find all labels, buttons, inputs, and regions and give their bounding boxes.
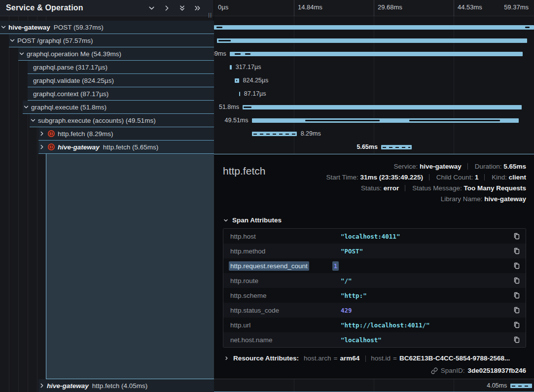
span-attributes-header[interactable]: Span Attributes [223,216,526,224]
meta-value: 31ms (23:35:49.225) [360,174,423,181]
span-duration-label: 5.65ms [356,143,377,150]
chevron-right-icon[interactable] [38,130,45,137]
attr-row-http-request-resend-count: http.request.resend_count 1 [223,258,526,273]
chevron-down-icon[interactable] [18,50,25,57]
span-duration-label: 49.51ms [225,117,249,124]
timeline-row: 51.8ms [214,101,534,114]
chevron-down-icon[interactable] [23,104,30,110]
span-label: POST /graphql (57.57ms) [17,37,93,44]
span-bar[interactable] [214,25,534,30]
tree-row-graphql-execute[interactable]: graphql.execute (51.8ms) [23,101,214,114]
ruler-tick-label: 59.37ms [504,3,529,11]
timeline-rows: 57.57ms 54.39ms 317.17µs 824.25µs 87.17µ… [214,16,534,154]
attr-row-http-url: http.url "http://localhost:4011/" [223,318,526,332]
chevron-down-icon[interactable] [9,37,16,44]
meta-line: Library Name: hive-gateway [326,194,526,205]
attr-key: http.scheme [223,292,341,299]
attr-value: "/" [341,277,352,285]
ruler-tick-label: 14.84ms [298,3,322,11]
span-bar[interactable] [235,78,239,83]
resource-attr-value: BC62E13B-C4CC-5854-9788-2568... [399,355,510,362]
copy-icon[interactable] [513,277,521,285]
span-tree-panel: Service & Operation || hive-gateway POST… [0,0,214,392]
meta-line: Service: hive-gateway Duration: 5.65ms [326,161,526,172]
span-bar[interactable] [230,65,231,70]
span-bar[interactable] [252,118,519,123]
timeline-row-selected: 5.65ms [214,141,534,154]
span-label: http.fetch (4.05ms) [92,382,148,390]
span-bar[interactable] [510,384,532,388]
span-id-value[interactable]: 3de02518937fb246 [467,367,526,374]
collapse-one-icon[interactable] [147,4,156,12]
span-duration-label: 54.39ms [214,50,226,57]
span-bar[interactable] [243,105,522,109]
span-bar[interactable] [252,132,297,136]
copy-icon[interactable] [513,306,521,314]
tree-row-http-fetch-565-selected[interactable]: ! hive-gateway http.fetch (5.65ms) [38,141,214,154]
timeline-row: 317.17µs [214,61,534,74]
attr-value: "localhost" [341,336,382,344]
copy-icon[interactable] [513,291,521,299]
tree-header: Service & Operation || [0,0,214,16]
meta-key: Child Count: [436,174,473,181]
meta-line: Status: error Status Message: Too Many R… [326,183,526,194]
resource-attr-key: host.id [371,355,391,362]
error-icon: ! [48,143,55,150]
copy-icon[interactable] [513,321,521,329]
expand-all-icon[interactable] [193,4,202,12]
timeline-row: 87.17µs [214,87,534,101]
attr-value: 429 [341,307,352,314]
attr-row-http-route: http.route "/" [223,273,526,288]
tree-row-http-fetch-405[interactable]: hive-gateway http.fetch (4.05ms) [38,379,214,392]
copy-icon[interactable] [513,232,521,240]
span-label: graphql.validate (824.25µs) [33,77,114,84]
span-label: graphql.operation Me (54.39ms) [27,50,121,58]
span-id-row: SpanID: 3de02518937fb246 [223,367,526,374]
error-icon: ! [48,130,55,137]
tree-row-post-graphql[interactable]: POST /graphql (57.57ms) [9,34,214,47]
collapse-all-icon[interactable] [178,4,186,12]
chevron-right-icon[interactable] [38,382,45,389]
meta-value: hive-gateway [484,195,526,203]
timeline-row: 49.51ms [214,114,534,127]
chevron-down-icon[interactable] [0,24,7,31]
resource-attributes-row[interactable]: Resource Attributes: host.arch = arm64 h… [223,355,526,362]
meta-key: Library Name: [441,195,483,203]
span-label: POST (59.37ms) [54,24,104,31]
span-bar[interactable] [217,38,527,43]
timeline-row: 8.29ms [214,127,534,141]
tree-row-hive-gateway-post[interactable]: hive-gateway POST (59.37ms) [0,21,214,34]
meta-value: client [509,174,526,181]
service-name: hive-gateway [8,24,50,31]
copy-icon[interactable] [513,247,521,255]
span-bar[interactable] [381,145,412,149]
copy-icon[interactable] [513,336,521,344]
span-label: http.fetch (8.29ms) [58,130,113,138]
chevron-right-icon[interactable] [38,143,45,150]
tree-row-graphql-context[interactable]: graphql.context (87.17µs) [28,87,214,101]
chevron-down-icon[interactable] [30,117,36,124]
timeline-ruler: 0µs 14.84ms 29.68ms 44.53ms 59.37ms [214,0,534,16]
tree-row-graphql-operation[interactable]: graphql.operation Me (54.39ms) [18,47,214,61]
tree-row-http-fetch-829[interactable]: ! http.fetch (8.29ms) [38,127,214,141]
tree-row-graphql-validate[interactable]: graphql.validate (824.25µs) [28,74,214,87]
tree-row-subgraph-execute[interactable]: subgraph.execute (accounts) (49.51ms) [30,114,214,127]
span-label: graphql.context (87.17µs) [33,90,108,98]
span-detail-panel: http.fetch Service: hive-gateway Duratio… [214,154,534,379]
ruler-tick-label: 0µs [218,3,228,11]
span-bar[interactable] [230,52,523,56]
attr-row-http-scheme: http.scheme "http:" [223,288,526,303]
span-id-label: SpanID: [441,367,465,374]
attr-value: "POST" [341,248,363,255]
span-bar[interactable] [239,92,240,96]
chevron-down-icon [223,217,229,223]
expand-one-icon[interactable] [163,4,171,12]
attr-value: "localhost:4011" [341,233,400,240]
timeline-row: 824.25µs [214,74,534,87]
span-label: subgraph.execute (accounts) (49.51ms) [38,117,156,124]
span-duration-label: 51.8ms [219,104,239,110]
attr-value: "http:" [341,292,367,299]
attr-row-http-method: http.method "POST" [223,244,526,258]
tree-row-graphql-parse[interactable]: graphql.parse (317.17µs) [28,61,214,74]
copy-icon[interactable] [513,262,521,270]
